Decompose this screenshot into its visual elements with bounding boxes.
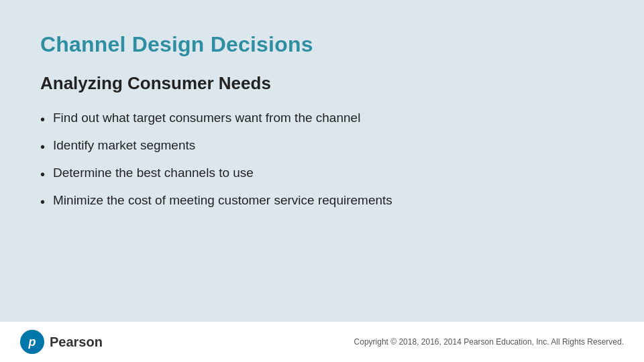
list-item: •Identify market segments <box>40 136 604 157</box>
bullet-list: •Find out what target consumers want fro… <box>40 109 604 219</box>
pearson-icon: p <box>20 330 44 354</box>
pearson-logo: p Pearson <box>20 330 103 354</box>
bullet-dot-icon: • <box>40 109 45 129</box>
bullet-dot-icon: • <box>40 164 45 184</box>
bullet-text: Identify market segments <box>53 136 195 156</box>
list-item: •Determine the best channels to use <box>40 164 604 184</box>
bullet-dot-icon: • <box>40 192 45 212</box>
copyright-text: Copyright © 2018, 2016, 2014 Pearson Edu… <box>354 337 624 347</box>
bullet-text: Determine the best channels to use <box>53 164 254 183</box>
list-item: •Find out what target consumers want fro… <box>40 109 604 129</box>
footer: p Pearson Copyright © 2018, 2016, 2014 P… <box>0 322 644 362</box>
bullet-text: Find out what target consumers want from… <box>53 109 360 128</box>
list-item: •Minimize the cost of meeting customer s… <box>40 191 604 212</box>
bullet-dot-icon: • <box>40 137 45 157</box>
pearson-brand-name: Pearson <box>50 335 103 350</box>
bullet-text: Minimize the cost of meeting customer se… <box>53 191 392 210</box>
slide-title: Channel Design Decisions <box>40 32 604 57</box>
slide-subtitle: Analyzing Consumer Needs <box>40 73 604 94</box>
slide-container: Channel Design Decisions Analyzing Consu… <box>0 0 644 362</box>
